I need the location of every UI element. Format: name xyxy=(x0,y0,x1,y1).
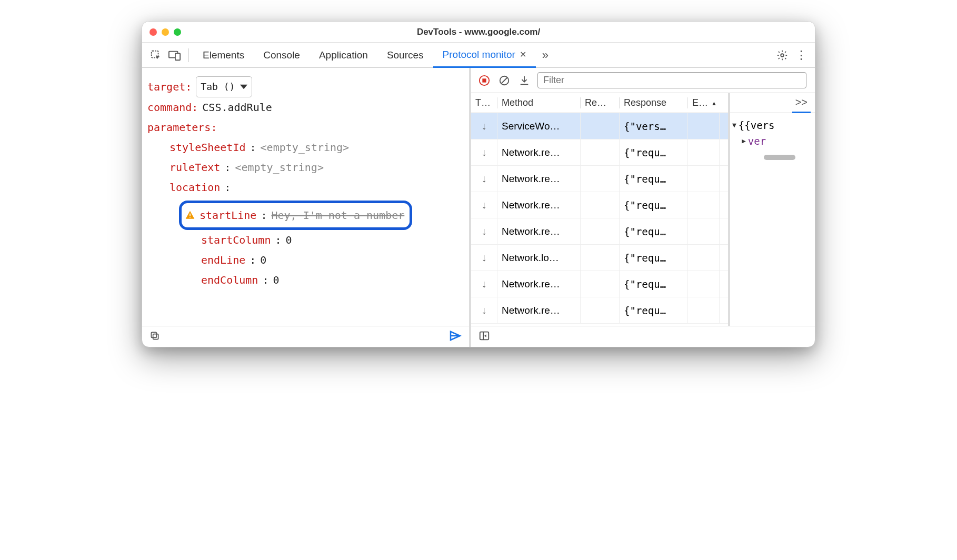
cell-response: {"requ… xyxy=(620,139,688,165)
svg-rect-4 xyxy=(190,214,191,216)
table-row[interactable]: ↓ Network.re… {"requ… xyxy=(471,297,728,324)
detail-sidebar: >> ▼ {{vers ▶ ver xyxy=(730,93,815,326)
svg-point-3 xyxy=(781,54,784,57)
command-value[interactable]: CSS.addRule xyxy=(202,97,272,117)
titlebar: DevTools - www.google.com/ xyxy=(142,22,815,43)
col-elapsed[interactable]: E…▲ xyxy=(688,97,720,108)
cell-method: Network.re… xyxy=(497,297,581,323)
table-header: T… Method Re… Response E…▲ xyxy=(471,93,728,113)
more-tabs-icon[interactable]: » xyxy=(536,46,555,65)
cell-method: Network.re… xyxy=(497,166,581,192)
send-command-button[interactable] xyxy=(449,329,462,344)
colon: : xyxy=(250,250,256,270)
param-ruletext-value[interactable]: <empty_string> xyxy=(235,157,324,177)
settings-gear-icon[interactable] xyxy=(773,46,792,65)
cell-response: {"requ… xyxy=(620,245,688,271)
table-row[interactable]: ↓ Network.re… {"requ… xyxy=(471,166,728,192)
colon: : xyxy=(224,157,231,177)
table-row[interactable]: ↓ Network.re… {"requ… xyxy=(471,271,728,297)
col-method[interactable]: Method xyxy=(497,97,581,108)
col-type[interactable]: T… xyxy=(471,97,497,108)
colon: : xyxy=(224,177,231,197)
table-row[interactable]: ↓ Network.lo… {"requ… xyxy=(471,245,728,271)
record-button[interactable] xyxy=(477,74,491,87)
param-endcolumn-key: endColumn xyxy=(201,270,258,290)
target-select[interactable]: Tab () xyxy=(196,76,252,97)
minimize-window-button[interactable] xyxy=(162,28,169,36)
more-tabs-button[interactable]: >> xyxy=(792,93,811,113)
cell-elapsed xyxy=(688,113,720,139)
svg-rect-6 xyxy=(153,334,158,339)
messages-footer xyxy=(471,326,815,347)
separator xyxy=(188,48,189,62)
cell-response: {"requ… xyxy=(620,297,688,323)
cell-response: {"requ… xyxy=(620,192,688,218)
svg-rect-5 xyxy=(190,217,191,218)
tree-root-label: {{vers xyxy=(739,117,775,133)
arrow-down-icon: ↓ xyxy=(471,113,497,139)
table-row[interactable]: ↓ Network.re… {"requ… xyxy=(471,139,728,166)
messages-panel: T… Method Re… Response E…▲ ↓ ServiceWo… … xyxy=(471,68,815,347)
tab-sources[interactable]: Sources xyxy=(377,43,433,68)
colon: : xyxy=(262,270,268,290)
cell-method: Network.re… xyxy=(497,271,581,297)
close-tab-icon[interactable]: ✕ xyxy=(520,49,526,59)
cell-response: {"vers… xyxy=(620,113,688,139)
command-editor: target: Tab () command: CSS.addRule para… xyxy=(142,68,469,326)
tab-elements[interactable]: Elements xyxy=(193,43,254,68)
table-row[interactable]: ↓ Network.re… {"requ… xyxy=(471,192,728,218)
tree-child-key: ver xyxy=(748,133,766,149)
tab-label: Protocol monitor xyxy=(443,49,515,61)
svg-rect-7 xyxy=(151,332,156,337)
inspect-element-icon[interactable] xyxy=(146,46,165,65)
arrow-down-icon: ↓ xyxy=(471,297,497,323)
kebab-menu-icon[interactable]: ⋮ xyxy=(792,46,811,65)
param-endline-value[interactable]: 0 xyxy=(260,250,266,270)
param-stylesheetid-value[interactable]: <empty_string> xyxy=(261,137,350,157)
param-endline-key: endLine xyxy=(201,250,245,270)
triangle-right-icon: ▶ xyxy=(742,136,746,147)
copy-icon[interactable] xyxy=(149,331,160,343)
arrow-down-icon: ↓ xyxy=(471,271,497,297)
devtools-window: DevTools - www.google.com/ Elements Cons… xyxy=(142,21,815,347)
table-row[interactable]: ↓ Network.re… {"requ… xyxy=(471,218,728,245)
arrow-down-icon: ↓ xyxy=(471,245,497,271)
detail-tabs: >> xyxy=(730,93,815,113)
clear-button[interactable] xyxy=(497,74,511,87)
tab-application[interactable]: Application xyxy=(310,43,377,68)
param-startcolumn-value[interactable]: 0 xyxy=(286,230,292,250)
tree-child[interactable]: ▶ ver xyxy=(732,133,813,149)
target-label: target: xyxy=(147,77,192,97)
sort-ascending-icon: ▲ xyxy=(711,100,717,106)
arrow-down-icon: ↓ xyxy=(471,218,497,244)
tab-protocol-monitor[interactable]: Protocol monitor ✕ xyxy=(433,43,536,68)
messages-toolbar xyxy=(471,68,815,93)
command-label: command: xyxy=(147,97,198,117)
param-startline-key: startLine xyxy=(200,205,256,225)
arrow-down-icon: ↓ xyxy=(471,166,497,192)
tab-console[interactable]: Console xyxy=(254,43,310,68)
arrow-down-icon: ↓ xyxy=(471,139,497,165)
table-row[interactable]: ↓ ServiceWo… {"vers… xyxy=(471,113,728,139)
param-stylesheetid-key: styleSheetId xyxy=(170,137,246,157)
param-location-key: location xyxy=(170,177,220,197)
toggle-sidebar-icon[interactable] xyxy=(478,330,490,344)
svg-rect-9 xyxy=(482,78,486,82)
parameters-label: parameters: xyxy=(147,117,217,137)
triangle-down-icon: ▼ xyxy=(732,120,736,131)
col-request[interactable]: Re… xyxy=(581,97,620,108)
cell-method: Network.re… xyxy=(497,218,581,244)
param-startline-value[interactable]: Hey, I'm not a number xyxy=(271,205,404,225)
device-toolbar-icon[interactable] xyxy=(165,46,184,65)
filter-input[interactable] xyxy=(537,72,806,88)
param-endcolumn-value[interactable]: 0 xyxy=(273,270,279,290)
close-window-button[interactable] xyxy=(149,28,157,36)
tree-root[interactable]: ▼ {{vers xyxy=(732,117,813,133)
window-title: DevTools - www.google.com/ xyxy=(142,27,815,37)
zoom-window-button[interactable] xyxy=(174,28,181,36)
col-response[interactable]: Response xyxy=(620,97,688,108)
response-tree[interactable]: ▼ {{vers ▶ ver xyxy=(730,113,815,154)
cell-request xyxy=(581,113,620,139)
horizontal-scrollbar[interactable] xyxy=(764,155,795,160)
download-button[interactable] xyxy=(517,74,531,87)
